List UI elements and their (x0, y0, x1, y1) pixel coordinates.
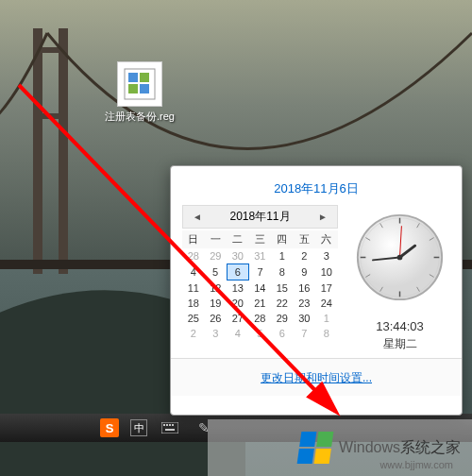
weekday-header: 四 (271, 230, 294, 248)
digital-time: 13:44:03 (349, 319, 450, 333)
calendar-day[interactable]: 30 (227, 248, 249, 264)
calendar-day[interactable]: 25 (182, 311, 205, 326)
calendar-day[interactable]: 1 (271, 248, 294, 264)
calendar-day[interactable]: 8 (315, 326, 338, 341)
calendar-day[interactable]: 3 (315, 248, 338, 264)
watermark-url: www.bjjmw.com (379, 459, 453, 470)
svg-rect-9 (140, 73, 149, 82)
calendar-day[interactable]: 24 (315, 296, 338, 311)
weekday-header: 六 (315, 230, 338, 248)
desktop-file-icon[interactable]: 注册表备份.reg (102, 61, 177, 124)
watermark: Windows系统之家 www.bjjmw.com (208, 419, 472, 476)
prev-month-button[interactable]: ◄ (189, 212, 206, 222)
next-month-button[interactable]: ► (314, 212, 331, 222)
calendar-day[interactable]: 1 (315, 311, 338, 326)
calendar-day[interactable]: 11 (182, 280, 205, 297)
svg-rect-32 (161, 422, 178, 434)
calendar-day[interactable]: 8 (271, 264, 294, 280)
calendar-day[interactable]: 6 (271, 326, 294, 341)
calendar-day[interactable]: 18 (182, 296, 205, 311)
calendar-grid: 日一二三四五六 28293031123456789101112131415161… (182, 230, 338, 341)
svg-rect-33 (163, 424, 165, 426)
calendar-day[interactable]: 5 (205, 264, 228, 280)
calendar-day[interactable]: 30 (294, 311, 316, 326)
weekday-header: 二 (227, 230, 249, 248)
svg-rect-37 (165, 429, 175, 431)
calendar-day[interactable]: 7 (249, 264, 272, 280)
weekday-header: 五 (294, 230, 316, 248)
datetime-footer: 更改日期和时间设置... (171, 358, 462, 396)
windows-logo-icon (297, 432, 334, 464)
calendar-day[interactable]: 28 (249, 311, 272, 326)
calendar-day[interactable]: 9 (294, 264, 316, 280)
calendar: ◄ 2018年11月 ► 日一二三四五六 2829303112345678910… (182, 205, 338, 352)
calendar-day[interactable]: 12 (205, 280, 228, 297)
date-header: 2018年11月6日 (171, 166, 462, 205)
calendar-day[interactable]: 10 (315, 264, 338, 280)
calendar-day[interactable]: 3 (205, 326, 228, 341)
reg-file-icon (117, 61, 162, 107)
calendar-day[interactable]: 19 (205, 296, 228, 311)
weekday-header: 日 (182, 230, 205, 248)
calendar-day[interactable]: 16 (294, 280, 316, 297)
calendar-day[interactable]: 27 (227, 311, 249, 326)
svg-rect-10 (128, 84, 138, 94)
desktop-file-label: 注册表备份.reg (102, 110, 177, 124)
calendar-day[interactable]: 17 (315, 280, 338, 297)
change-datetime-link[interactable]: 更改日期和时间设置... (261, 371, 372, 384)
weekday-header: 一 (205, 230, 228, 248)
calendar-day[interactable]: 29 (271, 311, 294, 326)
svg-rect-36 (172, 424, 174, 426)
svg-rect-11 (140, 84, 149, 94)
svg-rect-34 (166, 424, 168, 426)
calendar-day[interactable]: 14 (249, 280, 272, 297)
svg-rect-5 (33, 113, 68, 119)
svg-point-31 (397, 255, 403, 261)
calendar-day[interactable]: 13 (227, 280, 249, 297)
svg-rect-3 (59, 28, 68, 274)
calendar-day[interactable]: 21 (249, 296, 272, 311)
ime-sogou-icon[interactable]: S (100, 418, 119, 437)
calendar-day[interactable]: 5 (249, 326, 272, 341)
watermark-text: Windows系统之家 (339, 438, 461, 458)
ime-mode-icon[interactable]: 中 (130, 419, 147, 436)
analog-clock (355, 212, 445, 302)
calendar-day[interactable]: 29 (205, 248, 228, 264)
calendar-day[interactable]: 23 (294, 296, 316, 311)
svg-rect-8 (128, 73, 138, 82)
month-label[interactable]: 2018年11月 (229, 209, 290, 225)
calendar-day[interactable]: 26 (205, 311, 228, 326)
ime-keyboard-icon[interactable] (159, 416, 181, 439)
calendar-day[interactable]: 4 (227, 326, 249, 341)
datetime-popup: 2018年11月6日 ◄ 2018年11月 ► 日一二三四五六 28293031… (170, 165, 463, 416)
svg-rect-35 (169, 424, 171, 426)
calendar-day[interactable]: 7 (294, 326, 316, 341)
calendar-day[interactable]: 22 (271, 296, 294, 311)
month-navigator: ◄ 2018年11月 ► (182, 205, 338, 229)
calendar-day[interactable]: 28 (182, 248, 205, 264)
svg-rect-2 (33, 28, 42, 274)
calendar-day[interactable]: 6 (227, 264, 249, 280)
weekday-header: 三 (249, 230, 272, 248)
calendar-day[interactable]: 2 (182, 326, 205, 341)
calendar-day[interactable]: 20 (227, 296, 249, 311)
calendar-day[interactable]: 31 (249, 248, 272, 264)
day-of-week: 星期二 (349, 336, 450, 352)
calendar-day[interactable]: 4 (182, 264, 205, 280)
taskbar-item[interactable] (66, 416, 89, 439)
calendar-day[interactable]: 15 (271, 280, 294, 297)
clock-section: 13:44:03 星期二 (338, 205, 450, 352)
calendar-day[interactable]: 2 (294, 248, 316, 264)
